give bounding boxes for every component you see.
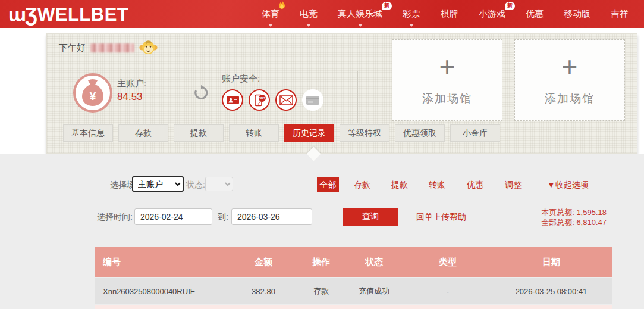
yuan-symbol: ¥ — [90, 90, 96, 102]
type-filter-all[interactable]: 全部 — [317, 177, 339, 192]
tab-deposit[interactable]: 存款 — [118, 124, 168, 142]
history-table: 编号 金额 操作 状态 类型 日期 Xnn26032508000040RUIE … — [95, 247, 612, 309]
wellbet-logo[interactable]: ɯƷ WELLBET — [8, 3, 128, 26]
receipt-upload-help-link[interactable]: 回单上传帮助 — [416, 212, 466, 223]
all-total: 全部总额: 6,810.47 — [541, 217, 607, 227]
tab-history[interactable]: 历史记录 — [284, 124, 334, 142]
new-badge: 新 — [505, 2, 515, 10]
col-header-operation: 操作 — [300, 247, 343, 277]
add-venue-box-2[interactable]: + 添加场馆 — [514, 39, 625, 121]
cell-id: Xnn26032508000040RUIE — [95, 278, 227, 304]
type-filter-adjust[interactable]: 调整 — [505, 180, 522, 191]
tab-transfer[interactable]: 转账 — [229, 124, 279, 142]
cell-type: - — [406, 278, 490, 304]
nav-item-live-casino[interactable]: 真人娱乐城 新 — [338, 8, 382, 20]
plus-icon: + — [515, 53, 624, 80]
cell-date: 2026-03-25 08:00:41 — [490, 278, 612, 304]
greeting: 下午好 — [59, 39, 158, 57]
tab-withdraw[interactable]: 提款 — [174, 124, 224, 142]
type-filter-transfer[interactable]: 转账 — [429, 180, 445, 191]
status-filter-label: 状态: — [186, 180, 205, 191]
add-venue-label: 添加场馆 — [392, 91, 502, 107]
account-security-label: 账户安全: — [222, 73, 260, 85]
divider — [216, 71, 216, 123]
chevron-down-icon — [306, 24, 311, 27]
cell-amount: 382.80 — [227, 278, 300, 304]
account-tabs: 基本信息 存款 提款 转账 历史记录 等级特权 优惠领取 小金库 — [63, 124, 500, 142]
plus-icon: + — [392, 53, 502, 80]
new-badge: 新 — [382, 2, 392, 10]
col-header-date: 日期 — [490, 247, 612, 277]
totals: 本页总额: 1,595.18 全部总额: 6,810.47 — [541, 207, 607, 227]
history-section: 选择场馆: 主账户 状态: 全部 存款 提款 转账 优惠 调整 ▼收起选项 选择… — [0, 154, 644, 309]
top-navbar: ɯƷ WELLBET 体育 电竞 真人娱乐城 新 彩票 — [0, 0, 644, 28]
type-filter-promo[interactable]: 优惠 — [467, 180, 483, 191]
nav-item-board-games[interactable]: 棋牌 — [441, 8, 458, 20]
main-nav: 体育 电竞 真人娱乐城 新 彩票 棋牌 — [262, 0, 644, 28]
nav-item-mobile[interactable]: 移动版 — [564, 8, 590, 20]
account-panel: 下午好 ¥ 主账户: 84.53 — [46, 33, 637, 154]
type-filter-withdraw[interactable]: 提款 — [391, 180, 408, 191]
security-icons: SMS — [222, 89, 323, 111]
date-to-input[interactable] — [231, 208, 312, 225]
nav-item-mini-games[interactable]: 小游戏 新 — [479, 8, 505, 20]
greeting-text: 下午好 — [59, 42, 86, 54]
time-filter-label: 选择时间: — [97, 212, 133, 223]
refresh-balance-icon[interactable] — [193, 85, 209, 103]
nav-item-esports[interactable]: 电竞 — [300, 8, 318, 20]
chevron-down-icon — [358, 24, 363, 27]
col-header-id: 编号 — [95, 247, 227, 277]
tab-vip-privilege[interactable]: 等级特权 — [340, 124, 389, 142]
table-header-row: 编号 金额 操作 状态 类型 日期 — [95, 247, 612, 277]
cell-status: 充值成功 — [343, 278, 406, 304]
tab-promo-claim[interactable]: 优惠领取 — [395, 124, 445, 142]
add-venue-box-1[interactable]: + 添加场馆 — [392, 39, 502, 121]
col-header-status: 状态 — [343, 247, 406, 277]
venue-select[interactable]: 主账户 — [132, 176, 184, 192]
status-select[interactable] — [205, 177, 233, 191]
page: ɯƷ WELLBET 体育 电竞 真人娱乐城 新 彩票 — [0, 0, 644, 309]
query-button[interactable]: 查询 — [343, 208, 398, 226]
main-account-label: 主账户: — [117, 78, 146, 89]
divider — [357, 71, 358, 123]
bank-card-icon[interactable] — [302, 89, 323, 111]
col-header-amount: 金额 — [227, 247, 300, 277]
tab-basic-info[interactable]: 基本信息 — [63, 124, 113, 142]
nav-item-lottery[interactable]: 彩票 — [403, 8, 420, 20]
add-venue-label: 添加场馆 — [515, 91, 624, 107]
cell-operation: 存款 — [300, 278, 343, 304]
logo-mark-icon: ɯƷ — [8, 3, 36, 26]
chevron-down-icon — [268, 24, 273, 27]
nav-item-promotions[interactable]: 优惠 — [526, 8, 544, 20]
table-row-partial — [95, 305, 612, 309]
date-from-input[interactable] — [134, 208, 212, 225]
hot-flame-icon — [278, 1, 285, 11]
username-blurred — [90, 43, 134, 52]
type-filter-deposit[interactable]: 存款 — [354, 180, 370, 191]
monkey-avatar-icon — [139, 39, 158, 57]
money-bag-icon: ¥ — [73, 73, 112, 113]
id-verification-icon[interactable] — [222, 89, 243, 111]
to-label: 到: — [218, 212, 228, 223]
nav-item-jixiang[interactable]: 吉祥 — [611, 8, 629, 20]
collapse-options-link[interactable]: ▼收起选项 — [547, 180, 589, 191]
col-header-type: 类型 — [406, 247, 490, 277]
logo-text: WELLBET — [37, 4, 128, 26]
sms-text: SMS — [259, 97, 265, 100]
page-total: 本页总额: 1,595.18 — [541, 207, 607, 217]
main-account-balance: 84.53 — [117, 91, 143, 103]
table-row: Xnn26032508000040RUIE 382.80 存款 充值成功 - 2… — [95, 278, 612, 304]
email-verification-icon[interactable] — [275, 89, 297, 111]
tab-vault[interactable]: 小金库 — [450, 124, 500, 142]
chevron-down-icon — [409, 24, 414, 27]
nav-item-sports[interactable]: 体育 — [262, 8, 279, 20]
sms-verification-icon[interactable]: SMS — [249, 89, 270, 111]
